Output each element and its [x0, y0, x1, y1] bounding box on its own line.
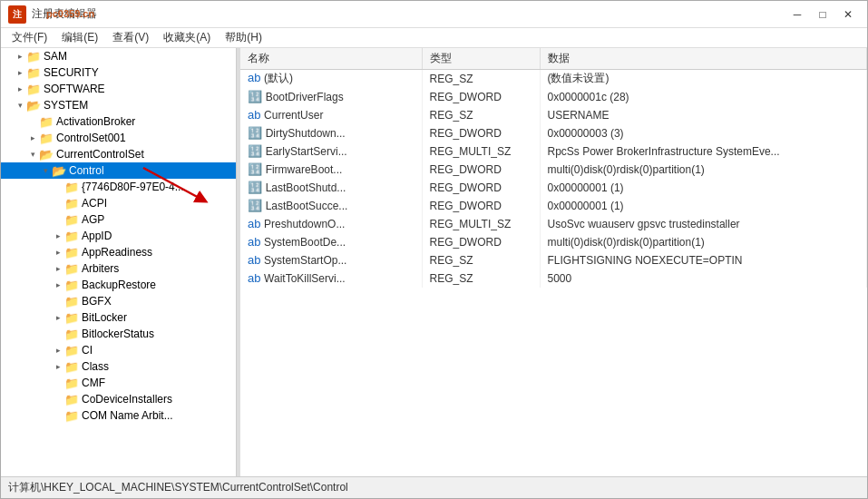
node-label-codeviceinstallers: CoDeviceInstallers [82, 393, 172, 406]
node-label-currentcontrolset: CurrentControlSet [56, 148, 144, 161]
table-row[interactable]: ab CurrentUserREG_SZUSERNAME [240, 106, 867, 124]
tree-node-cmf[interactable]: 📁CMF [1, 375, 236, 391]
tree-node-bgfx[interactable]: 📁BGFX [1, 293, 236, 309]
expand-icon-system[interactable]: ▾ [14, 99, 26, 112]
expand-icon-class[interactable]: ▸ [52, 360, 64, 373]
tree-node-system[interactable]: ▾📂SYSTEM [1, 97, 236, 113]
cell-name-0: ab (默认) [240, 70, 422, 88]
expand-icon-cmf[interactable] [52, 377, 64, 389]
cell-data-8: UsoSvc wuauserv gpsvc trustedinstaller [540, 215, 867, 233]
reg-icon-10: ab [248, 253, 264, 267]
folder-icon-system: 📂 [26, 99, 41, 113]
col-type[interactable]: 类型 [422, 48, 540, 70]
table-row[interactable]: ab (默认)REG_SZ(数值未设置) [240, 70, 867, 88]
node-label-comnamearbiter: COM Name Arbit... [82, 409, 173, 422]
cell-type-6: REG_DWORD [422, 179, 540, 197]
cell-data-4: RpcSs Power BrokerInfrastructure SystemE… [540, 142, 867, 161]
expand-icon-acpi[interactable] [52, 197, 64, 210]
expand-icon-appreadiness[interactable]: ▸ [52, 246, 64, 259]
close-button[interactable]: ✕ [836, 5, 860, 24]
expand-icon-software[interactable]: ▸ [14, 83, 26, 95]
tree-node-ci[interactable]: ▸📁CI [1, 342, 236, 358]
table-row[interactable]: ab SystemBootDe...REG_DWORDmulti(0)disk(… [240, 233, 867, 251]
maximize-button[interactable]: □ [811, 5, 834, 24]
tree-pane[interactable]: ▸📁SAM▸📁SECURITY▸📁SOFTWARE▾📂SYSTEM📁Activa… [1, 48, 237, 476]
table-row[interactable]: 🔢 FirmwareBoot...REG_DWORDmulti(0)disk(0… [240, 161, 867, 179]
expand-icon-comnamearbiter[interactable] [52, 409, 64, 422]
expand-icon-guid[interactable] [52, 181, 64, 193]
expand-icon-activationbroker[interactable] [26, 115, 39, 128]
menu-help[interactable]: 帮助(H) [218, 28, 269, 47]
tree-node-control[interactable]: ▾📂Control [1, 162, 236, 179]
tree-node-controlset001[interactable]: ▸📁ControlSet001 [1, 130, 236, 146]
tree-node-guid[interactable]: 📁{7746D80F-97E0-4... [1, 179, 236, 195]
expand-icon-control[interactable]: ▾ [39, 164, 52, 177]
tree-node-backuprestore[interactable]: ▸📁BackupRestore [1, 277, 236, 293]
menu-bar: 文件(F) 编辑(E) 查看(V) 收藏夹(A) 帮助(H) [1, 28, 867, 48]
folder-icon-appreadiness: 📁 [64, 246, 79, 259]
cell-data-2: USERNAME [540, 106, 867, 124]
main-content: ▸📁SAM▸📁SECURITY▸📁SOFTWARE▾📂SYSTEM📁Activa… [1, 48, 867, 476]
folder-icon-bgfx: 📁 [64, 295, 79, 308]
tree-node-bitlocker[interactable]: ▸📁BitLocker [1, 309, 236, 326]
expand-icon-sam[interactable]: ▸ [14, 50, 26, 63]
menu-favorites[interactable]: 收藏夹(A) [156, 28, 218, 47]
tree-node-acpi[interactable]: 📁ACPI [1, 195, 236, 211]
cell-type-7: REG_DWORD [422, 197, 540, 215]
table-row[interactable]: ab SystemStartOp...REG_SZ FLIGHTSIGNING … [240, 251, 867, 269]
expand-icon-ci[interactable]: ▸ [52, 344, 64, 357]
tree-node-class[interactable]: ▸📁Class [1, 358, 236, 375]
tree-node-comnamearbiter[interactable]: 📁COM Name Arbit... [1, 407, 236, 424]
table-row[interactable]: 🔢 LastBootShutd...REG_DWORD0x00000001 (1… [240, 179, 867, 197]
table-row[interactable]: 🔢 EarlyStartServi...REG_MULTI_SZRpcSs Po… [240, 142, 867, 161]
expand-icon-codeviceinstallers[interactable] [52, 393, 64, 406]
col-name[interactable]: 名称 [240, 48, 422, 70]
tree-node-sam[interactable]: ▸📁SAM [1, 48, 236, 64]
tree-node-software[interactable]: ▸📁SOFTWARE [1, 81, 236, 97]
tree-node-agp[interactable]: 📁AGP [1, 211, 236, 228]
reg-icon-5: 🔢 [248, 162, 266, 176]
tree-node-security[interactable]: ▸📁SECURITY [1, 64, 236, 81]
registry-table[interactable]: 名称 类型 数据 ab (默认)REG_SZ(数值未设置)🔢 BootDrive… [240, 48, 867, 476]
node-label-class: Class [82, 360, 109, 373]
reg-icon-6: 🔢 [248, 181, 266, 194]
cell-data-0: (数值未设置) [540, 70, 867, 88]
node-label-ci: CI [82, 344, 93, 357]
minimize-button[interactable]: ─ [785, 5, 809, 24]
table-row[interactable]: ab WaitToKillServi...REG_SZ5000 [240, 269, 867, 288]
expand-icon-security[interactable]: ▸ [14, 66, 26, 79]
tree-node-activationbroker[interactable]: 📁ActivationBroker [1, 113, 236, 130]
cell-type-3: REG_DWORD [422, 124, 540, 142]
reg-icon-11: ab [248, 271, 264, 285]
expand-icon-backuprestore[interactable]: ▸ [52, 279, 64, 291]
table-row[interactable]: 🔢 DirtyShutdown...REG_DWORD0x00000003 (3… [240, 124, 867, 142]
expand-icon-agp[interactable] [52, 213, 64, 226]
table-row[interactable]: 🔢 BootDriverFlagsREG_DWORD0x0000001c (28… [240, 88, 867, 106]
cell-name-11: ab WaitToKillServi... [240, 269, 422, 288]
folder-icon-arbiters: 📁 [64, 262, 79, 276]
tree-node-currentcontrolset[interactable]: ▾📂CurrentControlSet [1, 146, 236, 162]
tree-node-appreadiness[interactable]: ▸📁AppReadiness [1, 244, 236, 260]
col-data[interactable]: 数据 [540, 48, 867, 70]
app-icon: 注 [8, 5, 26, 24]
expand-icon-currentcontrolset[interactable]: ▾ [26, 148, 39, 161]
expand-icon-bgfx[interactable] [52, 295, 64, 308]
reg-icon-8: ab [248, 217, 264, 230]
expand-icon-bitlocker[interactable]: ▸ [52, 311, 64, 324]
folder-icon-security: 📁 [26, 66, 41, 80]
table-row[interactable]: 🔢 LastBootSucce...REG_DWORD0x00000001 (1… [240, 197, 867, 215]
tree-node-arbiters[interactable]: ▸📁Arbiters [1, 260, 236, 277]
expand-icon-bitlockerstatus[interactable] [52, 328, 64, 340]
expand-icon-appid[interactable]: ▸ [52, 230, 64, 242]
reg-icon-2: ab [248, 108, 264, 122]
table-row[interactable]: ab PreshutdownO...REG_MULTI_SZUsoSvc wua… [240, 215, 867, 233]
menu-edit[interactable]: 编辑(E) [54, 28, 105, 47]
menu-view[interactable]: 查看(V) [105, 28, 156, 47]
reg-icon-9: ab [248, 235, 264, 249]
tree-node-appid[interactable]: ▸📁AppID [1, 228, 236, 244]
expand-icon-arbiters[interactable]: ▸ [52, 262, 64, 275]
expand-icon-controlset001[interactable]: ▸ [26, 132, 39, 144]
tree-node-codeviceinstallers[interactable]: 📁CoDeviceInstallers [1, 391, 236, 407]
menu-file[interactable]: 文件(F) [5, 28, 54, 47]
tree-node-bitlockerstatus[interactable]: 📁BitlockerStatus [1, 326, 236, 342]
